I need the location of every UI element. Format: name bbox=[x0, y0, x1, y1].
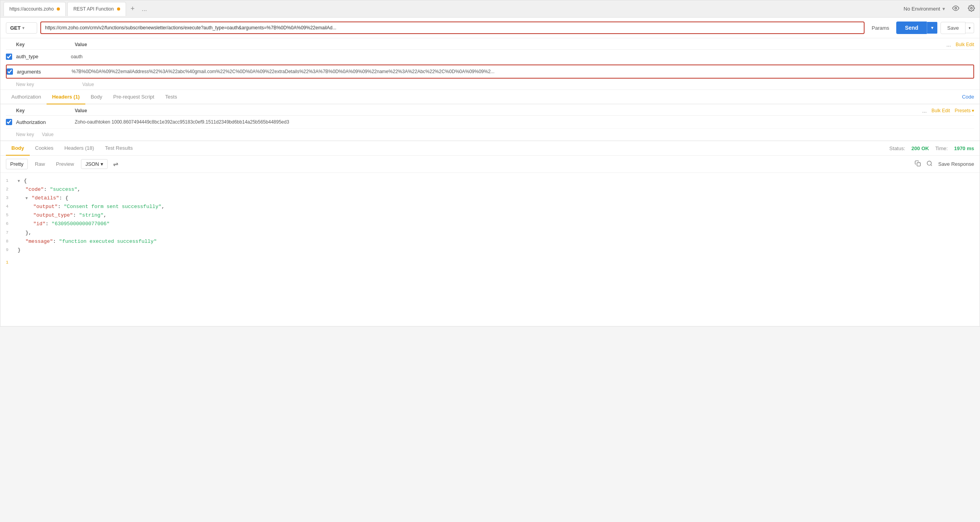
json-line-9: 9 } bbox=[6, 246, 974, 255]
line-num-6: 6 bbox=[6, 220, 18, 228]
eye-icon-btn[interactable] bbox=[951, 3, 961, 15]
status-value: 200 OK bbox=[912, 145, 929, 151]
method-label: GET bbox=[10, 25, 21, 31]
json-line-2: 2 "code": "success", bbox=[6, 185, 974, 194]
settings-icon-btn[interactable] bbox=[966, 3, 976, 15]
tab-authorization[interactable]: Authorization bbox=[6, 90, 47, 104]
app-container: https://accounts.zoho REST API Function … bbox=[0, 0, 980, 326]
json-line-1: 1 ▼ { bbox=[6, 177, 974, 185]
send-btn-group: Send ▾ bbox=[896, 22, 937, 34]
headers-col-key-header: Key bbox=[16, 108, 75, 113]
wrap-icon[interactable]: ⇌ bbox=[113, 160, 118, 168]
tab-more-button[interactable]: ... bbox=[139, 4, 149, 14]
svg-rect-2 bbox=[917, 163, 921, 166]
tab-bar: https://accounts.zoho REST API Function … bbox=[0, 0, 980, 18]
params-button[interactable]: Params bbox=[868, 23, 893, 33]
collapse-3[interactable]: ▼ bbox=[25, 196, 28, 201]
tab-rest-api-label: REST API Function bbox=[73, 6, 113, 12]
tab-body[interactable]: Body bbox=[85, 90, 108, 104]
headers-more-dots[interactable]: ... bbox=[922, 108, 927, 114]
headers-new-key-label: New key bbox=[16, 132, 34, 137]
res-tab-test-results[interactable]: Test Results bbox=[99, 141, 138, 156]
params-section: Key Value ... Bulk Edit auth_type oauth … bbox=[0, 38, 980, 90]
param-row-2-value: %7B%0D%0A%09%22emailAddress%22%3A%22abc%… bbox=[72, 69, 973, 74]
request-tabs: Authorization Headers (1) Body Pre-reque… bbox=[0, 90, 980, 104]
format-tab-pretty[interactable]: Pretty bbox=[6, 159, 28, 169]
time-label: Time: bbox=[935, 145, 948, 151]
format-tab-preview[interactable]: Preview bbox=[52, 159, 78, 169]
send-dropdown-button[interactable]: ▾ bbox=[927, 22, 937, 34]
send-button[interactable]: Send bbox=[896, 22, 927, 34]
json-line-7: 7 }, bbox=[6, 229, 974, 237]
search-icon[interactable] bbox=[926, 160, 933, 168]
header-row-1: Authorization Zoho-oauthtoken 1000.86074… bbox=[6, 116, 974, 129]
svg-point-3 bbox=[927, 161, 931, 165]
json-line-5: 5 "output_type": "string", bbox=[6, 211, 974, 220]
bottom-line-num: 1 bbox=[0, 258, 980, 269]
line-num-5: 5 bbox=[6, 211, 18, 219]
res-tab-body[interactable]: Body bbox=[6, 141, 30, 156]
code-button[interactable]: Code bbox=[962, 94, 974, 100]
line-num-4: 4 bbox=[6, 203, 18, 210]
format-tab-raw[interactable]: Raw bbox=[31, 159, 49, 169]
env-selector[interactable]: No Environment ▾ bbox=[904, 6, 945, 12]
format-type-label: JSON bbox=[85, 161, 99, 167]
format-type-select[interactable]: JSON ▾ bbox=[81, 159, 108, 169]
response-tabs-bar: Body Cookies Headers (18) Test Results S… bbox=[0, 141, 980, 156]
line-num-8: 8 bbox=[6, 237, 18, 245]
param-row-2: arguments %7B%0D%0A%09%22emailAddress%22… bbox=[6, 65, 974, 79]
line-num-1: 1 bbox=[6, 177, 18, 185]
line-num-7: 7 bbox=[6, 229, 18, 237]
params-header-actions: ... Bulk Edit bbox=[946, 41, 974, 48]
param-row-2-key: arguments bbox=[17, 69, 72, 75]
tab-headers[interactable]: Headers (1) bbox=[47, 90, 85, 104]
svg-point-0 bbox=[955, 7, 957, 9]
headers-col-value-header: Value bbox=[75, 108, 922, 113]
params-new-key-label: New key bbox=[16, 82, 34, 87]
tab-add-button[interactable]: + bbox=[128, 3, 138, 14]
method-arrow-icon: ▾ bbox=[22, 26, 24, 30]
header-row-1-key: Authorization bbox=[16, 119, 75, 125]
line-num-9: 9 bbox=[6, 246, 18, 254]
svg-line-4 bbox=[931, 165, 932, 166]
tab-tests[interactable]: Tests bbox=[160, 90, 182, 104]
line-num-3: 3 bbox=[6, 194, 18, 202]
headers-new-row: New key Value bbox=[6, 129, 974, 140]
tab-accounts-zoho-label: https://accounts.zoho bbox=[9, 6, 54, 12]
format-bar-right: Save Response bbox=[915, 160, 974, 168]
json-content: 1 ▼ { 2 "code": "success", 3 ▼ "details"… bbox=[0, 173, 980, 258]
save-button[interactable]: Save bbox=[940, 22, 966, 34]
param-row-2-checkbox[interactable] bbox=[7, 68, 13, 75]
params-bulk-edit-button[interactable]: Bulk Edit bbox=[956, 42, 974, 47]
format-bar: Pretty Raw Preview JSON ▾ ⇌ bbox=[0, 156, 980, 173]
header-row-1-checkbox[interactable] bbox=[6, 119, 12, 125]
line-num-2: 2 bbox=[6, 185, 18, 193]
svg-point-1 bbox=[971, 7, 973, 9]
json-line-8: 8 "message": "function executed successf… bbox=[6, 237, 974, 246]
json-line-3: 3 ▼ "details": { bbox=[6, 194, 974, 203]
method-select[interactable]: GET ▾ bbox=[6, 22, 37, 34]
url-input[interactable] bbox=[40, 22, 865, 34]
headers-presets-button[interactable]: Presets ▾ bbox=[955, 108, 974, 113]
save-response-button[interactable]: Save Response bbox=[938, 161, 974, 167]
tab-rest-api[interactable]: REST API Function bbox=[67, 2, 126, 16]
tab-dot-orange-1 bbox=[57, 7, 60, 11]
time-value: 1970 ms bbox=[954, 145, 974, 151]
json-line-6: 6 "id": "63095000000077006" bbox=[6, 220, 974, 228]
tab-bar-right: No Environment ▾ bbox=[904, 3, 976, 15]
params-more-dots[interactable]: ... bbox=[946, 41, 951, 48]
tab-bar-left: https://accounts.zoho REST API Function … bbox=[4, 2, 149, 16]
params-col-value-header: Value bbox=[75, 42, 946, 47]
res-tab-cookies[interactable]: Cookies bbox=[30, 141, 59, 156]
headers-bulk-edit-button[interactable]: Bulk Edit bbox=[931, 108, 950, 113]
collapse-1[interactable]: ▼ bbox=[18, 179, 20, 183]
res-tab-headers[interactable]: Headers (18) bbox=[59, 141, 99, 156]
params-new-row: New key Value bbox=[6, 79, 974, 90]
tab-accounts-zoho[interactable]: https://accounts.zoho bbox=[4, 2, 66, 16]
param-row-1-checkbox[interactable] bbox=[6, 54, 12, 60]
copy-icon[interactable] bbox=[915, 160, 921, 168]
tab-pre-request-script[interactable]: Pre-request Script bbox=[108, 90, 160, 104]
response-section: Body Cookies Headers (18) Test Results S… bbox=[0, 141, 980, 269]
save-dropdown-button[interactable]: ▾ bbox=[966, 23, 974, 33]
params-new-value-label: Value bbox=[82, 82, 94, 87]
